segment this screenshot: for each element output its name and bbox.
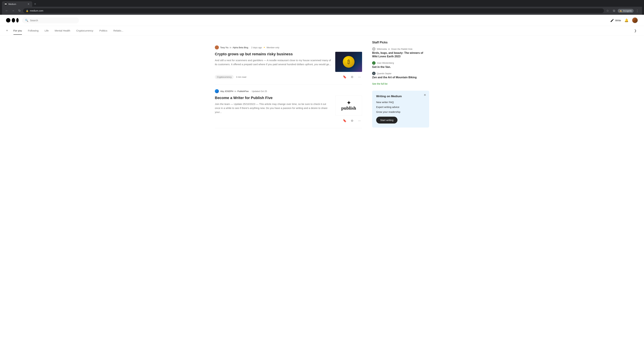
publish-star-icon: ✦ (347, 100, 351, 105)
avatar: J (372, 61, 376, 65)
article-excerpt: Join the team — Update 25/10/2023 — This… (215, 102, 331, 114)
incognito-icon: 🕵️ (619, 9, 622, 12)
pick-publication: Down the Rabbit Hole (391, 48, 412, 50)
avatar (215, 45, 219, 49)
new-writer-faq-link[interactable]: New writer FAQ (376, 101, 425, 104)
article-thumbnail: ✦ publish (335, 95, 362, 116)
extension-button[interactable]: ⧉ (611, 8, 617, 13)
pick-author: J Joan Westenberg (372, 61, 429, 65)
sidebar: Staff Picks W Wikimedia in Down the Rabb… (372, 41, 429, 128)
browser-chrome: Medium ✕ + ← → ↻ 🔒 medium.com ☆ ⧉ 🕵️ Inc… (0, 0, 644, 15)
medium-header: 🔍 Write 🔔 (0, 15, 644, 26)
topic-following[interactable]: Following (25, 26, 42, 35)
member-label: Member-only (267, 46, 280, 49)
article-body: Crypto grows up but remains risky busine… (215, 52, 362, 72)
pick-title: Get in the Van. (372, 65, 429, 69)
article-text: Become a Writer for Publish Five Join th… (215, 95, 331, 114)
tab-bar: Medium ✕ + (2, 1, 642, 7)
article-text: Crypto grows up but remains risky busine… (215, 52, 331, 66)
search-input[interactable] (30, 19, 76, 22)
topic-for-you[interactable]: For you (10, 26, 25, 35)
article-card: Tony Yiu in Alpha Beta Blog · 2 days ago… (215, 41, 362, 84)
article-tag[interactable]: Cryptocurrency (215, 75, 234, 79)
write-button[interactable]: Write (610, 18, 621, 22)
topic-cryptocurrency[interactable]: Cryptocurrency (73, 26, 96, 35)
writing-on-medium-popup: ✕ Writing on Medium New writer FAQ Exper… (372, 91, 429, 128)
user-avatar[interactable] (632, 17, 638, 23)
see-full-list-link[interactable]: See the full list (372, 82, 388, 85)
browser-nav: ← → ↻ 🔒 medium.com ☆ ⧉ 🕵️ Incognito ⋮ (2, 7, 642, 15)
expert-writing-link[interactable]: Expert writing advice (376, 106, 425, 108)
svg-point-0 (5, 3, 6, 4)
article-card: Aby JOSEPH in PublishFive · Updated Oct … (215, 84, 362, 128)
back-button[interactable]: ← (4, 8, 10, 13)
article-meta: Tony Yiu in Alpha Beta Blog · 2 days ago… (215, 45, 362, 49)
article-title[interactable]: Crypto grows up but remains risky busine… (215, 52, 331, 57)
author-link[interactable]: Aby JOSEPH (220, 90, 233, 92)
bitcoin-coin: ₿ (343, 56, 354, 68)
menu-button[interactable]: ⋮ (634, 8, 640, 13)
svg-point-1 (6, 3, 7, 4)
time-ago: 2 days ago (251, 46, 262, 49)
avatar: W (372, 47, 376, 51)
publication-link[interactable]: Alpha Beta Blog (232, 46, 248, 49)
less-like-this-button[interactable]: ⊖ (349, 118, 355, 123)
active-tab[interactable]: Medium ✕ (2, 1, 32, 7)
search-icon: 🔍 (25, 19, 28, 22)
publication-link[interactable]: PublishFive (238, 90, 249, 92)
article-meta: Aby JOSEPH in PublishFive · Updated Oct … (215, 89, 362, 93)
grow-readership-link[interactable]: Grow your readership (376, 110, 425, 113)
write-icon (610, 18, 614, 22)
topic-relationships[interactable]: Relatio... (110, 26, 126, 35)
avatar (215, 89, 219, 93)
pick-in: in (388, 48, 390, 50)
topic-life[interactable]: Life (42, 26, 52, 35)
more-options-button[interactable]: ··· (357, 118, 362, 123)
add-topic-button[interactable]: + (6, 26, 10, 35)
search-bar[interactable]: 🔍 (22, 17, 79, 23)
write-label: Write (615, 19, 621, 22)
article-actions: 🔖 ⊖ ··· (342, 74, 362, 80)
avatar: Q (372, 72, 376, 75)
article-meta-text: Aby JOSEPH in PublishFive · Updated Oct … (220, 90, 267, 92)
read-time: 3 min read (236, 76, 246, 78)
lock-icon: 🔒 (26, 9, 28, 12)
bookmark-article-button[interactable]: 🔖 (342, 118, 347, 123)
medium-logo[interactable] (6, 17, 18, 23)
main-layout: Tony Yiu in Alpha Beta Blog · 2 days ago… (209, 35, 435, 134)
topics-more-button[interactable]: ❯ (633, 26, 638, 35)
forward-button[interactable]: → (10, 8, 16, 13)
article-meta-text: Tony Yiu in Alpha Beta Blog · 2 days ago (220, 46, 262, 49)
svg-point-4 (16, 18, 18, 22)
incognito-label: Incognito (623, 9, 632, 12)
svg-text:Q: Q (373, 72, 374, 74)
pick-author: Q Quentin Septer (372, 72, 429, 75)
bookmark-button[interactable]: ☆ (605, 8, 610, 13)
pick-item[interactable]: J Joan Westenberg Get in the Van. (372, 61, 429, 69)
topic-politics[interactable]: Politics (96, 26, 110, 35)
svg-text:W: W (373, 48, 375, 50)
topic-mental-health[interactable]: Mental Health (52, 26, 73, 35)
pick-author: W Wikimedia in Down the Rabbit Hole (372, 47, 429, 51)
new-tab-button[interactable]: + (33, 2, 38, 6)
tab-close-button[interactable]: ✕ (27, 3, 30, 5)
notification-button[interactable]: 🔔 (624, 18, 628, 22)
article-title[interactable]: Become a Writer for Publish Five (215, 95, 331, 100)
incognito-badge[interactable]: 🕵️ Incognito (618, 9, 634, 13)
member-badge: ✦ (263, 46, 265, 49)
author-link[interactable]: Tony Yiu (220, 46, 228, 49)
pick-title: Zen and the Art of Mountain Biking (372, 76, 429, 79)
less-like-this-button[interactable]: ⊖ (349, 74, 355, 80)
pick-item[interactable]: Q Quentin Septer Zen and the Art of Moun… (372, 72, 429, 79)
bookmark-article-button[interactable]: 🔖 (342, 74, 347, 80)
pick-author-name: Quentin Septer (377, 72, 392, 75)
start-writing-button[interactable]: Start writing (376, 117, 398, 123)
pick-item[interactable]: W Wikimedia in Down the Rabbit Hole Bird… (372, 47, 429, 58)
pick-author-name: Joan Westenberg (377, 62, 394, 64)
refresh-button[interactable]: ↻ (17, 8, 22, 13)
popup-close-button[interactable]: ✕ (422, 93, 427, 97)
popup-links: New writer FAQ Expert writing advice Gro… (376, 101, 425, 113)
more-options-button[interactable]: ··· (357, 74, 362, 80)
address-bar[interactable]: 🔒 medium.com (23, 8, 604, 13)
tab-favicon (4, 3, 7, 5)
